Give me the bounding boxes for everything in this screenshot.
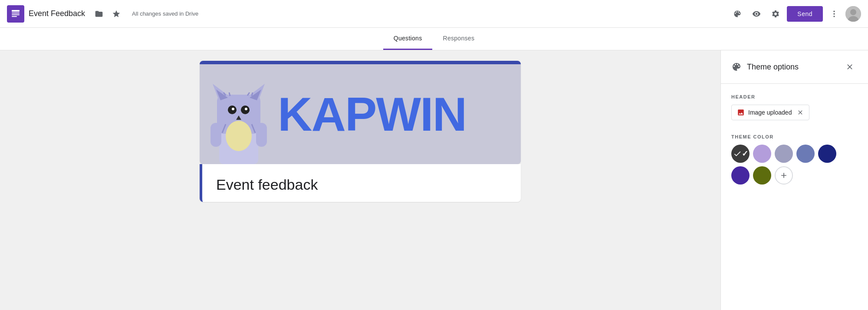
svg-rect-1 (12, 13, 20, 13)
image-icon (737, 109, 745, 116)
palette-icon (733, 10, 742, 18)
svg-rect-0 (12, 10, 20, 12)
svg-point-25 (226, 121, 252, 151)
theme-panel-body: HEADER Image uploaded THEME COLOR (721, 84, 868, 195)
theme-color-label: THEME COLOR (731, 134, 858, 139)
chip-close-button[interactable] (797, 109, 804, 116)
star-button[interactable] (108, 6, 124, 22)
close-icon (845, 63, 854, 71)
theme-panel: Theme options HEADER Image uploaded (720, 50, 868, 310)
color-grid (731, 145, 858, 185)
image-uploaded-chip: Image uploaded (731, 105, 809, 120)
more-vert-icon (830, 10, 838, 18)
topbar-icons (91, 6, 124, 22)
form-area: KAPWIN Event feedback (0, 50, 720, 310)
svg-point-5 (833, 13, 835, 14)
settings-button[interactable] (768, 6, 783, 22)
color-swatch-medium-slate[interactable] (796, 145, 815, 163)
color-swatch-bright-blue[interactable] (818, 145, 836, 163)
color-swatch-dark-gray[interactable] (731, 145, 750, 163)
image-file-icon (737, 109, 745, 116)
svg-line-19 (252, 92, 253, 96)
tabs-bar: Questions Responses (0, 28, 868, 50)
banner-bg: KAPWIN (200, 64, 521, 164)
send-button[interactable]: Send (787, 6, 823, 22)
header-section-label: HEADER (731, 94, 858, 99)
palette-button[interactable] (730, 6, 745, 22)
folder-button[interactable] (91, 6, 107, 22)
svg-line-17 (229, 92, 230, 96)
header-card: KAPWIN (200, 61, 521, 164)
folder-icon (95, 10, 103, 18)
color-swatch-olive[interactable] (753, 166, 771, 185)
color-swatch-purple[interactable] (731, 166, 750, 185)
svg-point-6 (833, 16, 835, 17)
chip-close-icon (797, 109, 804, 116)
main-content: KAPWIN Event feedback Theme options (0, 50, 868, 310)
star-icon (112, 10, 121, 18)
cat-illustration (204, 69, 273, 164)
svg-point-4 (833, 10, 835, 12)
banner-text: KAPWIN (278, 90, 466, 138)
image-uploaded-label: Image uploaded (748, 109, 792, 116)
add-color-button[interactable] (775, 166, 793, 185)
saved-status: All changes saved in Drive (132, 10, 198, 17)
doc-title: Event Feedback (29, 9, 85, 18)
eye-icon (752, 10, 761, 18)
theme-panel-title-row: Theme options (731, 62, 799, 72)
color-swatch-slate-blue[interactable] (775, 145, 793, 163)
theme-panel-title: Theme options (747, 63, 799, 72)
topbar-left: Event Feedback All changes saved in Driv… (7, 5, 730, 23)
tab-responses[interactable]: Responses (432, 28, 485, 50)
svg-rect-26 (210, 123, 221, 147)
forms-icon (10, 9, 21, 19)
svg-rect-2 (12, 14, 20, 15)
preview-button[interactable] (749, 6, 764, 22)
tab-questions[interactable]: Questions (383, 28, 433, 50)
settings-icon (771, 10, 780, 18)
cat-svg (204, 69, 273, 164)
header-image: KAPWIN (200, 64, 521, 164)
theme-color-section: THEME COLOR (731, 134, 858, 185)
theme-panel-close-button[interactable] (842, 59, 858, 75)
more-menu-button[interactable] (826, 6, 842, 22)
theme-panel-header: Theme options (721, 50, 868, 84)
theme-palette-icon (731, 62, 742, 72)
svg-rect-27 (256, 123, 267, 147)
form-title-card: Event feedback (200, 164, 521, 202)
avatar[interactable] (845, 6, 861, 22)
svg-point-8 (850, 9, 856, 15)
topbar: Event Feedback All changes saved in Driv… (0, 0, 868, 28)
topbar-right: Send (730, 6, 861, 22)
app-icon[interactable] (7, 5, 24, 23)
svg-point-23 (245, 108, 247, 110)
form-title: Event feedback (216, 176, 507, 193)
color-swatch-lavender[interactable] (753, 145, 771, 163)
svg-rect-3 (12, 16, 17, 17)
svg-point-22 (232, 108, 234, 110)
avatar-image (845, 6, 861, 22)
